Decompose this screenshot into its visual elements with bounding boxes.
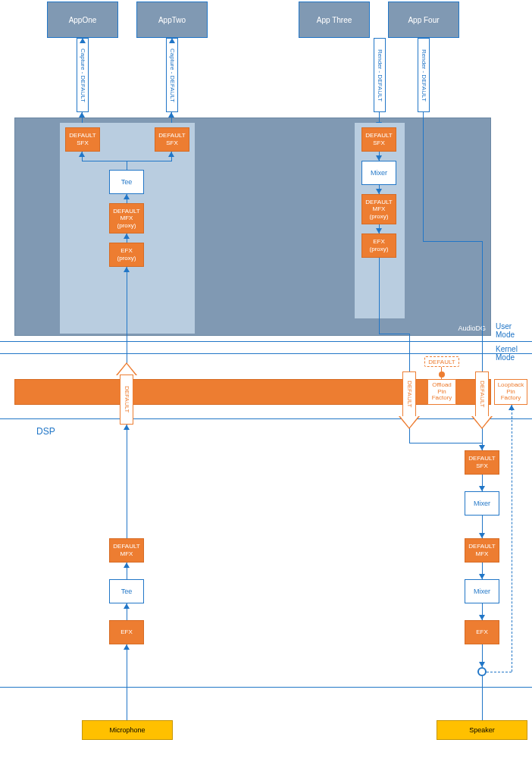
hollow-arrow-down-head <box>473 416 491 428</box>
speaker-device: Speaker <box>437 720 527 740</box>
line <box>409 428 410 443</box>
capture-mfx: DEFAULT MFX (proxy) <box>109 203 144 233</box>
line <box>127 161 127 170</box>
hollow-arrow-down-1: DEFAULT <box>402 371 416 417</box>
app-label: AppTwo <box>158 16 186 24</box>
render-sfx: DEFAULT SFX <box>361 127 396 152</box>
connector-text: Capture - DEFAULT <box>80 49 86 102</box>
line <box>409 334 410 371</box>
bottom-separator <box>0 687 532 688</box>
kernel-mode-label: Kernel Mode <box>496 345 518 362</box>
connector-render-1: Render - DEFAULT <box>374 38 386 112</box>
hollow-arrow-label: DEFAULT <box>406 381 413 407</box>
app-label: AppOne <box>69 16 97 24</box>
connector-capture-1: Capture - DEFAULT <box>77 38 89 112</box>
user-mode-label: User Mode <box>496 322 515 339</box>
dsp-capture-efx: EFX <box>109 620 144 644</box>
line <box>441 367 442 379</box>
arrow-icon <box>80 38 86 43</box>
connector-text: Render - DEFAULT <box>421 49 427 102</box>
arrow-icon <box>509 405 515 410</box>
arrow-icon <box>124 194 130 199</box>
line <box>127 267 127 364</box>
line <box>379 258 380 334</box>
app-three-box: App Three <box>299 2 370 38</box>
hollow-arrow-label: DEFAULT <box>479 381 486 407</box>
dsp-render-mixer2: Mixer <box>465 579 499 603</box>
line <box>127 644 127 720</box>
dsp-separator <box>0 418 532 419</box>
arrow-icon <box>376 155 382 161</box>
app-label: App Three <box>317 16 352 24</box>
microphone-device: Microphone <box>82 720 173 740</box>
line <box>379 334 409 334</box>
arrow-icon <box>124 267 130 272</box>
default-dot-icon <box>439 371 445 378</box>
loopback-node-icon <box>477 667 487 676</box>
connector-text: Capture - DEFAULT <box>169 49 176 102</box>
arrow-icon <box>79 152 85 157</box>
render-mixer: Mixer <box>361 161 396 185</box>
capture-efx: EFX (proxy) <box>109 243 144 267</box>
connector-render-2: Render - DEFAULT <box>418 38 430 112</box>
connector-capture-2: Capture - DEFAULT <box>166 38 178 112</box>
arrow-icon <box>169 38 175 43</box>
hollow-arrow-up: DEFAULT <box>120 375 133 425</box>
dsp-capture-mfx: DEFAULT MFX <box>109 538 144 563</box>
arrow-icon <box>124 603 130 609</box>
arrow-icon <box>124 563 130 568</box>
arrow-icon <box>479 486 485 491</box>
arrow-icon <box>124 233 130 239</box>
arrow-icon <box>376 189 382 194</box>
app-one-box: AppOne <box>47 2 118 38</box>
dsp-label: DSP <box>36 426 55 437</box>
arrow-icon <box>168 112 174 118</box>
app-label: App Four <box>408 16 439 24</box>
hollow-arrow-down-2: DEFAULT <box>475 371 489 417</box>
connector-text: Render - DEFAULT <box>377 49 383 102</box>
dsp-render-efx: EFX <box>465 620 499 644</box>
line <box>423 241 482 242</box>
arrow-icon <box>168 152 174 157</box>
arrow-icon <box>376 228 382 233</box>
app-four-box: App Four <box>388 2 459 38</box>
arrow-icon <box>124 425 130 430</box>
arrow-icon <box>479 445 485 450</box>
arrow-icon <box>479 574 485 579</box>
render-mfx: DEFAULT MFX (proxy) <box>361 194 396 224</box>
dashed-line <box>487 672 512 672</box>
offload-pin-factory: Offload Pin Factory <box>427 379 456 405</box>
loopback-pin-factory: Loopback Pin Factory <box>494 379 527 405</box>
dsp-capture-tee: Tee <box>109 579 144 603</box>
dsp-render-mixer1: Mixer <box>465 491 499 516</box>
separator-kernel <box>0 353 532 354</box>
arrow-icon <box>479 615 485 620</box>
app-two-box: AppTwo <box>136 2 208 38</box>
capture-tee: Tee <box>109 170 144 194</box>
line <box>482 241 483 371</box>
line <box>482 676 483 720</box>
dashed-line <box>512 405 512 672</box>
line <box>127 425 127 538</box>
dsp-render-sfx: DEFAULT SFX <box>465 450 499 475</box>
arrow-icon <box>479 533 485 538</box>
kernel-bar <box>14 379 491 405</box>
line <box>409 443 482 443</box>
arrow-icon <box>479 662 485 667</box>
hollow-arrow-label: DEFAULT <box>124 386 130 412</box>
capture-sfx-1: DEFAULT SFX <box>65 127 100 152</box>
hollow-arrow-down-head <box>400 416 418 428</box>
arrow-icon <box>124 644 130 650</box>
dsp-render-mfx: DEFAULT MFX <box>465 538 499 563</box>
arrow-icon <box>79 112 85 118</box>
hollow-arrow-up-head <box>117 364 136 375</box>
capture-sfx-2: DEFAULT SFX <box>155 127 189 152</box>
separator-user <box>0 341 532 342</box>
default-badge: DEFAULT <box>424 356 459 367</box>
render-efx: EFX (proxy) <box>361 233 396 258</box>
line <box>423 112 424 241</box>
